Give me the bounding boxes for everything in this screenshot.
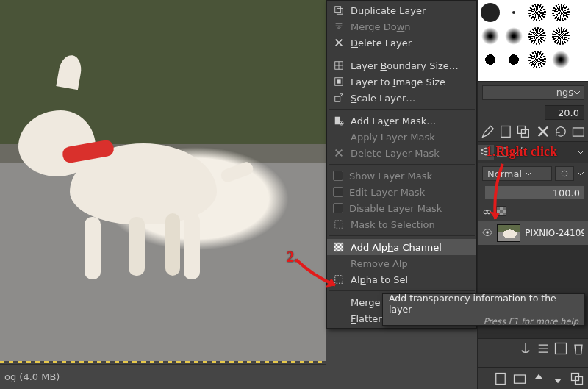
tab-layers[interactable] — [478, 145, 494, 160]
layer-buttons-bar — [478, 338, 588, 357]
menu-add-alpha-channel[interactable]: Add Alpha Channel — [327, 239, 476, 255]
layer-group-button[interactable] — [512, 372, 527, 385]
new-layer-button[interactable] — [493, 372, 508, 385]
layer-lock-row: ∞ — [478, 203, 588, 219]
menu-delete-layer[interactable]: Delete Layer — [327, 35, 476, 51]
bottom-dock-bar — [478, 367, 588, 389]
tooltip-text: Add transparency information to the laye… — [389, 293, 578, 315]
layer-name-label[interactable]: PIXNIO-241093 — [525, 228, 584, 238]
menu-alpha-to-selection[interactable]: Alpha to Sel — [327, 271, 476, 288]
merge-layer-button[interactable] — [536, 342, 551, 355]
svg-rect-15 — [501, 126, 510, 138]
menu-merge-down: Merge Down — [327, 18, 476, 35]
menu-label: Layer to Image Size — [351, 76, 445, 88]
brush-preset[interactable] — [526, 25, 548, 47]
menu-layer-to-image-size[interactable]: Layer to Image Size — [327, 74, 476, 90]
brush-spacing-row: 20.0 — [478, 103, 588, 122]
chevron-down-icon[interactable] — [577, 170, 584, 177]
brush-preset[interactable] — [550, 49, 572, 71]
status-bar: og (4.0 MB) — [0, 364, 326, 389]
brush-preset[interactable] — [526, 1, 548, 24]
svg-rect-14 — [335, 276, 343, 284]
svg-rect-5 — [335, 96, 340, 101]
brush-preset[interactable] — [503, 25, 525, 47]
delete-brush-button[interactable] — [536, 124, 551, 139]
brush-preset[interactable] — [479, 25, 501, 47]
svg-rect-1 — [337, 8, 343, 14]
duplicate-layer-button[interactable] — [570, 372, 584, 385]
menu-label: Edit Layer Mask — [349, 187, 425, 198]
menu-scale-layer[interactable]: Scale Layer… — [327, 90, 476, 106]
status-text: og (4.0 MB) — [4, 371, 60, 382]
opacity-slider[interactable]: 100.0 — [485, 186, 584, 199]
blank-icon — [333, 131, 345, 143]
opacity-value: 100.0 — [553, 188, 580, 199]
brush-preset[interactable] — [479, 1, 501, 24]
lower-layer-button[interactable] — [551, 372, 565, 385]
swap-icon — [560, 168, 569, 179]
svg-rect-0 — [335, 7, 341, 13]
layer-row[interactable]: PIXNIO-241093 — [478, 221, 588, 245]
menu-label: Layer Boundary Size… — [351, 60, 459, 71]
duplicate-brush-button[interactable] — [516, 124, 531, 139]
menu-separator — [329, 54, 475, 54]
scale-icon — [333, 92, 345, 104]
merge-down-icon — [333, 21, 345, 32]
menu-label: Delete Layer — [351, 38, 412, 49]
checkbox-icon — [333, 171, 343, 181]
tab-channels[interactable] — [494, 145, 510, 160]
menu-duplicate-layer[interactable]: Duplicate Layer — [327, 2, 476, 18]
open-brush-button[interactable] — [571, 124, 586, 139]
image-canvas[interactable] — [0, 0, 326, 361]
link-icon[interactable]: ∞ — [482, 204, 492, 218]
layer-context-menu[interactable]: Duplicate Layer Merge Down Delete Layer … — [326, 0, 477, 329]
delete-layer-button[interactable] — [571, 342, 586, 355]
brush-preset[interactable] — [550, 1, 572, 24]
menu-label: Merge Down — [351, 21, 411, 32]
edit-brush-button[interactable] — [481, 124, 495, 139]
brush-settings-combo[interactable]: ngs — [482, 85, 584, 100]
visibility-toggle[interactable] — [482, 227, 492, 239]
checkbox-icon — [333, 187, 343, 197]
svg-point-20 — [486, 231, 489, 234]
svg-rect-18 — [573, 128, 584, 136]
menu-separator — [329, 235, 475, 236]
menu-separator — [329, 164, 475, 165]
brush-settings-row: ngs — [478, 81, 588, 103]
combo-label: Normal — [487, 168, 522, 179]
brush-preset[interactable] — [526, 49, 548, 71]
svg-rect-8 — [335, 221, 343, 229]
svg-rect-9 — [334, 243, 343, 251]
menu-label: Remove Alp — [351, 258, 408, 269]
brush-preset-grid[interactable] — [478, 0, 588, 81]
tab-paths[interactable] — [510, 145, 526, 160]
anchor-layer-button[interactable] — [518, 342, 533, 355]
menu-edit-layer-mask: Edit Layer Mask — [327, 184, 476, 200]
delete-icon — [333, 37, 345, 49]
menu-add-layer-mask[interactable]: Add Layer Mask… — [327, 113, 476, 129]
layer-switch-button[interactable] — [555, 166, 574, 181]
tab-configure-button[interactable] — [573, 145, 588, 160]
layer-thumbnail[interactable] — [497, 224, 520, 242]
menu-layer-boundary-size[interactable]: Layer Boundary Size… — [327, 57, 476, 74]
menu-apply-layer-mask: Apply Layer Mask — [327, 129, 476, 145]
new-brush-button[interactable] — [498, 124, 513, 139]
menu-show-layer-mask: Show Layer Mask — [327, 168, 476, 184]
menu-label: Duplicate Layer — [351, 5, 426, 16]
mask-layer-button[interactable] — [553, 342, 568, 355]
menu-label: Add Alpha Channel — [351, 242, 442, 253]
brush-preset[interactable] — [479, 49, 501, 71]
refresh-brush-button[interactable] — [553, 124, 568, 139]
lock-alpha-checkbox[interactable] — [496, 206, 506, 216]
menu-separator — [329, 290, 475, 291]
raise-layer-button[interactable] — [531, 372, 546, 385]
brush-preset[interactable] — [550, 25, 572, 47]
alpha-icon — [333, 241, 345, 253]
menu-label: Disable Layer Mask — [349, 203, 442, 214]
brush-preset[interactable] — [503, 1, 525, 24]
layer-mode-row: Normal — [478, 163, 588, 184]
brush-spacing-value[interactable]: 20.0 — [545, 105, 584, 120]
brush-preset[interactable] — [503, 49, 525, 71]
layer-mode-combo[interactable]: Normal — [482, 166, 552, 181]
svg-rect-19 — [498, 148, 506, 157]
